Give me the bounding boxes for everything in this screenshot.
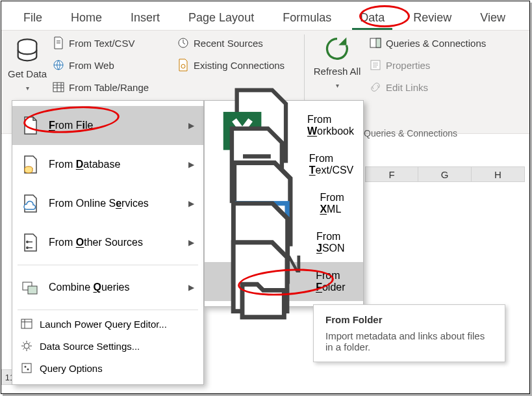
column-header-g[interactable]: G [418, 166, 472, 182]
menu-from-online-services[interactable]: From Online Services ▶ From Online Servi… [12, 184, 203, 223]
file-icon [20, 115, 41, 136]
menu-from-database[interactable]: From Database ▶ From Database [12, 145, 203, 184]
svg-rect-2 [53, 83, 64, 92]
from-textcsv-button[interactable]: From Text/CSV [52, 34, 149, 51]
connection-icon [177, 59, 190, 72]
menu-combine-queries[interactable]: Combine Queries ▶ Combine Queries [12, 268, 203, 307]
tab-data[interactable]: Data [346, 5, 399, 30]
existing-connections-button[interactable]: Existing Connections [177, 57, 285, 73]
globe-icon [52, 59, 65, 72]
column-header-h[interactable]: H [472, 166, 525, 182]
svg-point-10 [26, 246, 29, 249]
tooltip-body: Import metadata and links about files in… [325, 330, 493, 352]
recent-sources-button[interactable]: Recent Sources [177, 34, 285, 51]
gear-icon [20, 339, 33, 352]
clock-icon [177, 36, 190, 49]
tab-pagelayout[interactable]: Page Layout [174, 5, 268, 30]
svg-point-14 [24, 343, 29, 349]
menu-launch-power-query[interactable]: Launch Power Query Editor... [12, 313, 203, 335]
tab-insert[interactable]: Insert [116, 5, 174, 30]
tab-formulas[interactable]: Formulas [268, 5, 346, 30]
database-icon [13, 37, 42, 66]
folder-file-icon [212, 233, 308, 329]
combine-icon [20, 277, 41, 298]
tab-home[interactable]: Home [57, 5, 116, 30]
cloud-icon [20, 193, 41, 214]
panel-icon [369, 36, 382, 49]
database-icon [20, 154, 41, 175]
other-sources-icon [20, 232, 41, 253]
column-headers: F G H [365, 166, 525, 182]
svg-rect-6 [376, 38, 381, 47]
queries-connections-button[interactable]: Queries & Connections [369, 34, 486, 51]
properties-icon [369, 59, 382, 72]
link-icon [369, 81, 382, 94]
svg-rect-13 [21, 319, 32, 328]
svg-point-9 [26, 241, 29, 243]
svg-point-17 [27, 369, 29, 371]
menu-data-source-settings[interactable]: Data Source Settings... [12, 335, 203, 357]
table-icon [52, 81, 65, 94]
tooltip-from-folder: From Folder Import metadata and links ab… [313, 304, 505, 362]
file-text-icon [52, 36, 65, 49]
ribbon-tabs: File Home Insert Page Layout Formulas Da… [1, 1, 529, 30]
refresh-icon [323, 34, 351, 63]
pq-editor-icon [20, 317, 33, 330]
menu-from-file[interactable]: From File ▶ From File [12, 106, 203, 145]
get-data-menu: From File ▶ From File From Database ▶ Fr… [12, 100, 204, 385]
svg-rect-15 [22, 363, 31, 373]
menu-from-other-sources[interactable]: From Other Sources ▶ From Other Sources [12, 223, 203, 262]
options-icon [20, 362, 33, 375]
refresh-all-button[interactable]: Refresh All ▾ [312, 34, 362, 92]
svg-point-16 [25, 366, 27, 368]
from-tablerange-button[interactable]: From Table/Range [52, 79, 149, 96]
tab-review[interactable]: Review [399, 5, 466, 30]
from-file-submenu: From Workbook From Workbook From Text/CS… [204, 100, 364, 307]
tab-file[interactable]: File [9, 5, 57, 30]
group-label-queries-connections: Queries & Connections [364, 128, 457, 139]
from-web-button[interactable]: From Web [52, 57, 149, 73]
properties-button[interactable]: Properties [369, 57, 486, 73]
edit-links-button[interactable]: Edit Links [369, 79, 486, 96]
submenu-from-folder[interactable]: From Folder From Folder [205, 262, 363, 301]
get-data-button[interactable]: Get Data ▾ [6, 34, 48, 106]
svg-rect-12 [28, 286, 37, 294]
menu-query-options[interactable]: Query Options [12, 357, 203, 379]
column-header-f[interactable]: F [365, 166, 418, 182]
tab-view[interactable]: View [466, 5, 520, 30]
tooltip-title: From Folder [325, 314, 493, 325]
